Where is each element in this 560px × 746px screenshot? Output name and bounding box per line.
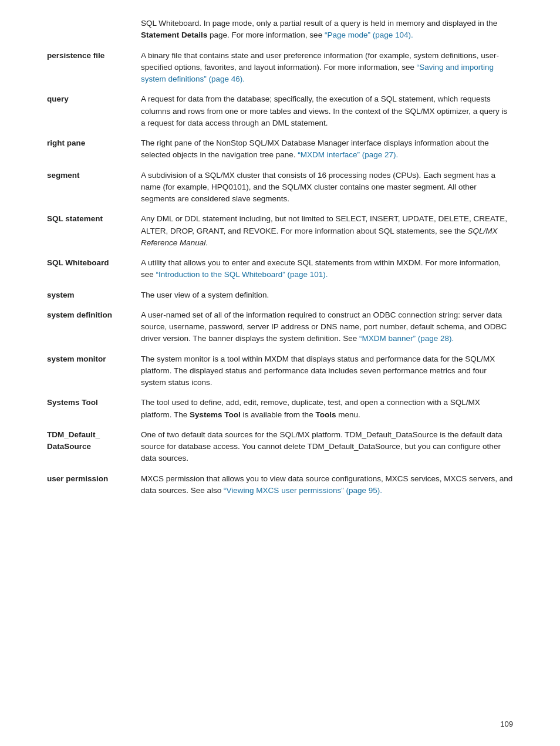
definition-sql-whiteboard: A utility that allows you to enter and e… [141,253,513,285]
ref-link-sql-whiteboard[interactable]: “Introduction to the SQL Whiteboard” (pa… [156,270,328,279]
definition-system-definition: A user-named set of all of the informati… [141,305,513,349]
definition-right-pane: The right pane of the NonStop SQL/MX Dat… [141,133,513,166]
ref-link-intro[interactable]: “Page mode” (page 104). [325,31,413,39]
definition-persistence-file: A binary file that contains state and us… [141,46,513,90]
glossary-row-right-pane: right paneThe right pane of the NonStop … [47,133,513,166]
definition-systems-tool: The tool used to define, add, edit, remo… [141,393,513,425]
term-persistence-file: persistence file [47,46,141,90]
ref-link-system-definition[interactable]: “MXDM banner” (page 28). [359,334,454,343]
glossary-row-segment: segmentA subdivision of a SQL/MX cluster… [47,166,513,210]
glossary-row-system: systemThe user view of a system definiti… [47,285,513,305]
ref-link-right-pane[interactable]: “MXDM interface” (page 27). [298,150,398,159]
definition-system-monitor: The system monitor is a tool within MXDM… [141,349,513,393]
term-right-pane: right pane [47,133,141,166]
definition-user-permission: MXCS permission that allows you to view … [141,469,513,501]
term-intro [47,18,141,46]
glossary-row-system-definition: system definitionA user-named set of all… [47,305,513,349]
term-user-permission: user permission [47,469,141,501]
definition-query: A request for data from the database; sp… [141,89,513,133]
term-system-definition: system definition [47,305,141,349]
term-sql-statement: SQL statement [47,209,141,253]
definition-segment: A subdivision of a SQL/MX cluster that c… [141,166,513,210]
glossary-row-query: queryA request for data from the databas… [47,89,513,133]
page-number: 109 [500,720,513,728]
glossary-row-systems-tool: Systems ToolThe tool used to define, add… [47,393,513,425]
definition-system: The user view of a system definition. [141,285,513,305]
glossary-row-sql-whiteboard: SQL WhiteboardA utility that allows you … [47,253,513,285]
term-sql-whiteboard: SQL Whiteboard [47,253,141,285]
page-container: SQL Whiteboard. In page mode, only a par… [0,0,560,536]
glossary-row-persistence-file: persistence fileA binary file that conta… [47,46,513,90]
term-tdm-datasource: TDM_Default_DataSource [47,425,141,469]
definition-tdm-datasource: One of two default data sources for the … [141,425,513,469]
bold-text: Systems Tool [190,410,241,419]
ref-link-persistence-file[interactable]: “Saving and importing system definitions… [141,63,494,83]
bold-text: Tools [315,410,336,419]
definition-intro: SQL Whiteboard. In page mode, only a par… [141,18,513,46]
bold-text: Statement Details [141,31,207,39]
glossary-row-sql-statement: SQL statementAny DML or DDL statement in… [47,209,513,253]
glossary-row-intro: SQL Whiteboard. In page mode, only a par… [47,18,513,46]
term-system-monitor: system monitor [47,349,141,393]
italic-text: SQL/MX Reference Manual [141,227,498,247]
term-systems-tool: Systems Tool [47,393,141,425]
glossary-row-system-monitor: system monitorThe system monitor is a to… [47,349,513,393]
glossary-row-tdm-datasource: TDM_Default_DataSourceOne of two default… [47,425,513,469]
glossary-row-user-permission: user permissionMXCS permission that allo… [47,469,513,501]
term-query: query [47,89,141,133]
definition-sql-statement: Any DML or DDL statement including, but … [141,209,513,253]
ref-link-user-permission[interactable]: “Viewing MXCS user permissions” (page 95… [224,486,382,495]
term-system: system [47,285,141,305]
glossary-table: SQL Whiteboard. In page mode, only a par… [47,18,513,501]
term-segment: segment [47,166,141,210]
